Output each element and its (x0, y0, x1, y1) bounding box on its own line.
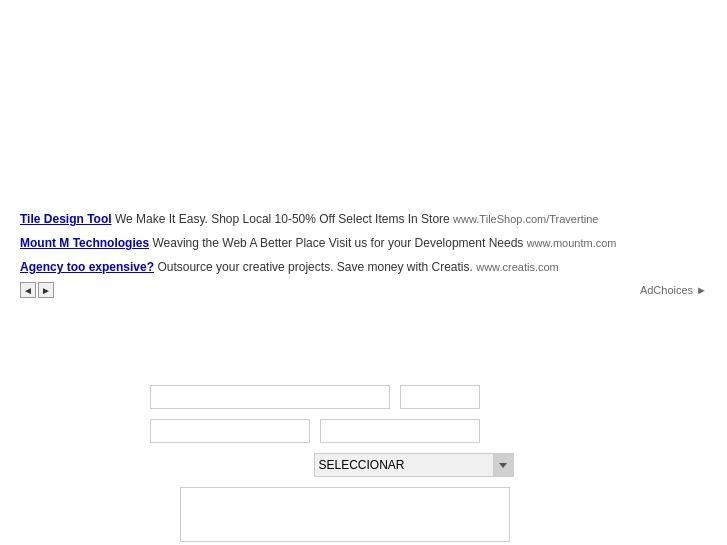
ad-title-1[interactable]: Tile Design Tool (20, 212, 112, 226)
form-input-2[interactable] (400, 385, 480, 409)
form-section: SELECCIONAR (150, 385, 677, 542)
ad-title-3[interactable]: Agency too expensive? (20, 260, 154, 274)
form-input-3[interactable] (150, 419, 310, 443)
ad-nav-next[interactable]: ► (38, 282, 54, 298)
ad-description-1: We Make It Easy. Shop Local 10-50% Off S… (115, 212, 450, 226)
form-textarea[interactable] (180, 487, 510, 542)
ad-item-2: Mount M Technologies Weaving the Web A B… (20, 234, 707, 252)
ad-url-2: www.mountm.com (527, 237, 617, 249)
form-row-1 (150, 385, 677, 409)
adchoices-icon: ► (696, 284, 707, 296)
ad-description-3: Outsource your creative projects. Save m… (157, 260, 472, 274)
ad-description-2: Weaving the Web A Better Place Visit us … (152, 236, 523, 250)
ad-url-3: www.creatis.com (476, 261, 559, 273)
form-row-2 (150, 419, 677, 443)
dropdown-triangle (499, 463, 507, 468)
ad-title-2[interactable]: Mount M Technologies (20, 236, 149, 250)
ad-footer: ◄ ► AdChoices ► (20, 282, 707, 298)
ad-item-1: Tile Design Tool We Make It Easy. Shop L… (20, 210, 707, 228)
ad-item-3: Agency too expensive? Outsource your cre… (20, 258, 707, 276)
form-row-3: SELECCIONAR (150, 453, 677, 477)
ad-nav-prev[interactable]: ◄ (20, 282, 36, 298)
form-input-4[interactable] (320, 419, 480, 443)
form-row-4 (150, 487, 677, 542)
adchoices[interactable]: AdChoices ► (640, 284, 707, 296)
ad-navigation: ◄ ► (20, 282, 54, 298)
ad-url-1: www.TileShop.com/Travertine (453, 213, 598, 225)
select-arrow-icon[interactable] (494, 453, 514, 477)
ad-section: Tile Design Tool We Make It Easy. Shop L… (20, 210, 707, 298)
adchoices-label: AdChoices (640, 284, 693, 296)
form-input-1[interactable] (150, 385, 390, 409)
form-select[interactable]: SELECCIONAR (314, 453, 494, 477)
